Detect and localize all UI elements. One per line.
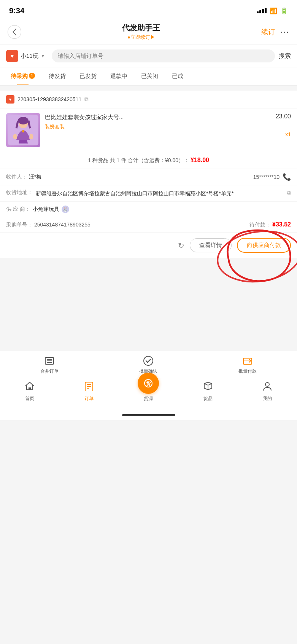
wifi-icon: 📶 [270, 7, 277, 14]
nav-goods-label: 货品 [203, 395, 213, 402]
svg-text:货: 货 [146, 381, 151, 386]
product-price: 23.00 [276, 113, 291, 120]
toolbar-item-confirm[interactable]: 批量确认 [139, 355, 157, 375]
supplier-icon: 🐰 [62, 206, 69, 213]
summary-text: 1 种货品 共 1 件 合计（含运费：¥0.00）： [88, 157, 189, 163]
merge-orders-label: 合并订单 [40, 368, 59, 375]
tab-pending-ship[interactable]: 待发货 [42, 67, 73, 85]
nav-item-home[interactable]: 首页 [14, 381, 45, 402]
batch-pay-icon [242, 355, 253, 367]
more-button[interactable]: ··· [280, 27, 289, 37]
batch-pay-label: 批量付款 [238, 368, 257, 375]
supply-icon: 货 [138, 373, 159, 394]
status-bar: 9:34 📶 🔋 [0, 0, 297, 19]
pay-button[interactable]: 向供应商付款 [237, 238, 291, 253]
refresh-icon[interactable]: ↻ [178, 241, 184, 250]
product-price-qty: 23.00 x1 [276, 113, 291, 137]
store-name: 小11玩 [21, 53, 38, 60]
batch-confirm-icon [143, 355, 154, 367]
tab-badge: 1 [29, 73, 35, 79]
copy-icon[interactable]: ⧉ [84, 96, 89, 103]
receiver-row: 收件人： 汪*梅 15*******10 📞 [0, 169, 297, 185]
svg-point-9 [144, 356, 153, 365]
supplier-label: 供 应 商： [6, 206, 30, 213]
dropdown-arrow-icon: ▼ [41, 53, 45, 59]
address-text: 新疆维吾尔自治区博尔塔拉蒙古自治州阿拉山口市阿拉山口市幸福苑小区*号楼*单元* [36, 189, 281, 198]
phone-number: 15*******10 [253, 174, 280, 180]
order-num-row: ♥ 220305-129383832420511 ⧉ [0, 91, 297, 108]
renew-button[interactable]: 续订 [261, 27, 275, 37]
status-icons: 📶 🔋 [257, 7, 288, 14]
toolbar-item-merge[interactable]: 合并订单 [40, 355, 59, 375]
nav-home-label: 首页 [25, 395, 34, 402]
order-number: 220305-129383832420511 [17, 96, 81, 102]
order-store-icon: ♥ [6, 95, 14, 104]
merge-orders-icon [44, 355, 55, 367]
back-button[interactable] [8, 25, 21, 39]
search-input[interactable] [58, 53, 269, 59]
toolbar-item-pay[interactable]: 批量付款 [238, 355, 257, 375]
detail-button[interactable]: 查看详情 [190, 238, 232, 252]
nav-item-supply[interactable]: 货 货源 [133, 380, 164, 402]
svg-line-20 [208, 384, 212, 385]
tab-refund[interactable]: 退款中 [103, 67, 134, 85]
address-row: 收货地址： 新疆维吾尔自治区博尔塔拉蒙古自治州阿拉山口市阿拉山口市幸福苑小区*号… [0, 185, 297, 202]
tab-pending-purchase[interactable]: 待采购1 [4, 67, 42, 85]
content-area: ♥ 220305-129383832420511 ⧉ [0, 86, 297, 267]
store-icon: ♥ [6, 50, 18, 62]
receiver-label: 收件人： [6, 174, 27, 180]
nav-supply-label: 货源 [144, 395, 153, 402]
pending-label: 待付款： [249, 222, 271, 228]
nav-item-mine[interactable]: 我的 [252, 381, 283, 402]
orders-icon [84, 381, 94, 394]
order-card: ♥ 220305-129383832420511 ⧉ [0, 91, 297, 258]
product-info: 巴比娃娃套装女孩过家家大号... 装扮套装 [45, 113, 271, 130]
pending-amount: ¥33.52 [272, 221, 291, 228]
home-bar [122, 414, 175, 416]
home-icon [24, 381, 35, 394]
product-tag: 装扮套装 [45, 123, 65, 130]
nav-subtitle[interactable]: ●立即续订▶ [122, 34, 160, 41]
svg-point-2 [18, 117, 29, 124]
address-label: 收货地址： [6, 189, 33, 196]
page-title: 代发助手王 [122, 23, 160, 33]
phone-row: 15*******10 📞 [253, 173, 291, 181]
nav-mine-label: 我的 [263, 395, 272, 402]
purchase-label: 采购单号： [6, 222, 33, 228]
tab-closed[interactable]: 已关闭 [134, 67, 165, 85]
svg-rect-12 [29, 387, 31, 390]
nav-right: 续订 ··· [261, 27, 289, 37]
nav-item-orders[interactable]: 订单 [74, 381, 104, 402]
mine-icon [262, 381, 273, 394]
product-qty: x1 [276, 131, 291, 137]
tab-shipped[interactable]: 已发货 [73, 67, 103, 85]
tab-done[interactable]: 已成 [165, 67, 190, 85]
content-spacer [0, 267, 297, 343]
purchase-num: 2504314874178903255 [34, 222, 91, 228]
nav-item-goods[interactable]: 货品 [193, 381, 223, 402]
phone-icon[interactable]: 📞 [283, 173, 291, 181]
home-indicator [0, 410, 297, 420]
svg-point-3 [22, 130, 24, 132]
nav-title-block: 代发助手王 ●立即续订▶ [122, 23, 160, 41]
status-time: 9:34 [9, 6, 24, 15]
product-image [6, 113, 40, 147]
summary-row: 1 种货品 共 1 件 合计（含运费：¥0.00）： ¥18.00 [0, 152, 297, 169]
nav-orders-label: 订单 [84, 395, 94, 402]
store-selector[interactable]: ♥ 小11玩 ▼ [6, 50, 48, 62]
search-input-wrap[interactable] [52, 49, 275, 62]
address-copy-icon[interactable]: ⧉ [287, 189, 291, 196]
total-price: ¥18.00 [191, 157, 209, 163]
receiver-name: 汪*梅 [29, 174, 41, 180]
battery-icon: 🔋 [280, 7, 288, 14]
product-image-inner [6, 113, 40, 147]
bottom-nav: 首页 订单 货 货源 [0, 377, 297, 410]
svg-point-22 [265, 383, 269, 386]
search-button[interactable]: 搜索 [279, 52, 291, 60]
tab-nav: 待采购1 待发货 已发货 退款中 已关闭 已成 [0, 67, 297, 86]
product-row: 巴比娃娃套装女孩过家家大号... 装扮套装 23.00 x1 [0, 108, 297, 152]
search-bar: ♥ 小11玩 ▼ 搜索 [0, 45, 297, 67]
supplier-name: 小兔芽玩具 [33, 206, 59, 213]
svg-line-19 [204, 384, 208, 385]
supplier-row: 供 应 商： 小兔芽玩具 🐰 [0, 202, 297, 217]
